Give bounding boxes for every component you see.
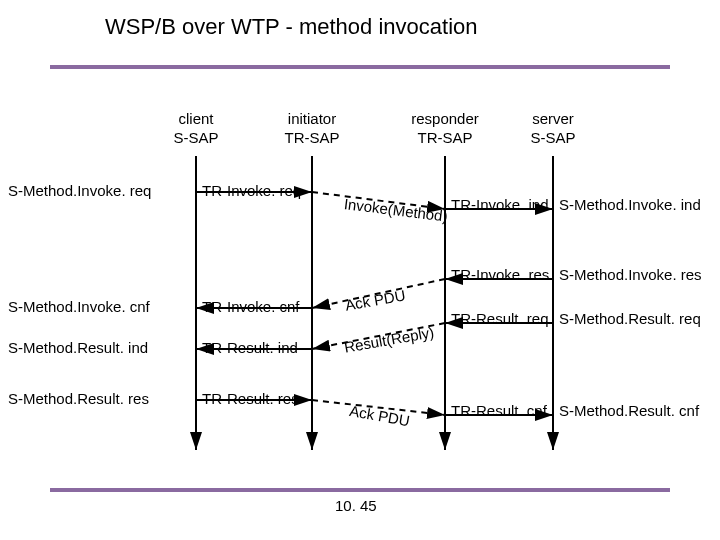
sm-invoke-req-outer: S-Method.Invoke. req <box>8 183 151 200</box>
result-reply-label: Result(Reply) <box>343 324 435 356</box>
column-header-server-line1: server <box>532 111 574 128</box>
tr-result-req-outer: S-Method.Result. req <box>559 311 701 328</box>
tr-result-cnf-inner: TR-Result. cnf <box>451 403 547 420</box>
tr-invoke-ind-outer: S-Method.Invoke. ind <box>559 197 701 214</box>
column-header-server-line2: S-SAP <box>530 130 575 147</box>
invoke-method-label: Invoke(Method) <box>343 196 448 225</box>
tr-invoke-res-inner: TR-Invoke. res <box>451 267 549 284</box>
tr-result-req-inner: TR-Result. req <box>451 311 549 328</box>
column-header-initiator-line2: TR-SAP <box>284 130 339 147</box>
ack-pdu-label: Ack PDU <box>344 287 407 314</box>
column-header-client-line2: S-SAP <box>173 130 218 147</box>
tr-invoke-res-outer: S-Method.Invoke. res <box>559 267 702 284</box>
sm-invoke-cnf-outer: S-Method.Invoke. cnf <box>8 299 150 316</box>
ack-pdu-2-label: Ack PDU <box>348 403 411 430</box>
tr-result-cnf-outer: S-Method.Result. cnf <box>559 403 699 420</box>
column-header-responder-line1: responder <box>411 111 479 128</box>
column-header-initiator-line1: initiator <box>288 111 336 128</box>
page-title: WSP/B over WTP - method invocation <box>105 15 478 39</box>
sm-result-ind-outer: S-Method.Result. ind <box>8 340 148 357</box>
sm-invoke-req-inner: TR-Invoke. req <box>202 183 301 200</box>
column-header-responder-line2: TR-SAP <box>417 130 472 147</box>
sm-result-res-outer: S-Method.Result. res <box>8 391 149 408</box>
sm-invoke-cnf-inner: TR-Invoke. cnf <box>202 299 300 316</box>
tr-invoke-ind-inner: TR-Invoke. ind <box>451 197 549 214</box>
page-number: 10. 45 <box>335 498 377 515</box>
sm-result-res-inner: TR-Result. res <box>202 391 299 408</box>
sm-result-ind-inner: TR-Result. ind <box>202 340 298 357</box>
column-header-client-line1: client <box>178 111 213 128</box>
